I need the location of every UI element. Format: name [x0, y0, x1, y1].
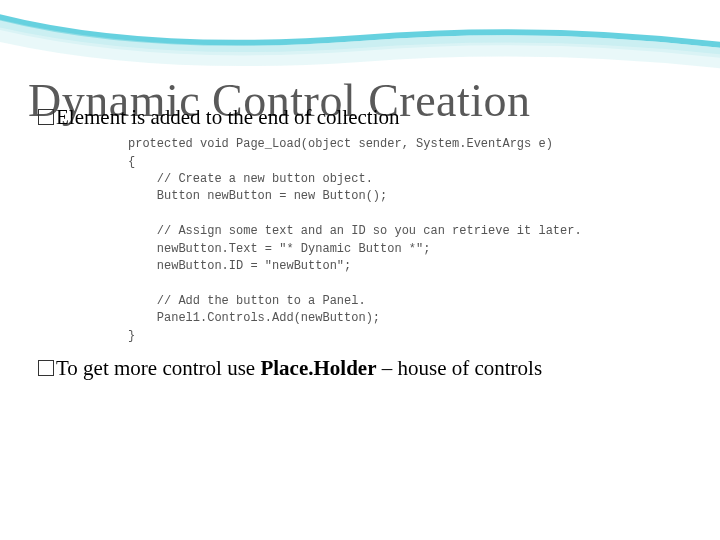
checkbox-icon: [38, 360, 54, 376]
bullet-text-suffix: – house of controls: [376, 356, 542, 380]
code-block: protected void Page_Load(object sender, …: [128, 136, 692, 345]
content-area: Dynamic Control Creation Element is adde…: [28, 78, 692, 387]
checkbox-icon: [38, 109, 54, 125]
slide: Dynamic Control Creation Element is adde…: [0, 0, 720, 540]
bullet-placeholder: To get more control use Place.Holder – h…: [38, 355, 692, 381]
bullet-text: Element is added to the end of collectio…: [56, 105, 399, 129]
bullet-text-prefix: To get more control use: [56, 356, 260, 380]
bullet-element-added: Element is added to the end of collectio…: [38, 104, 692, 130]
bullet-text-bold: Place.Holder: [260, 356, 376, 380]
